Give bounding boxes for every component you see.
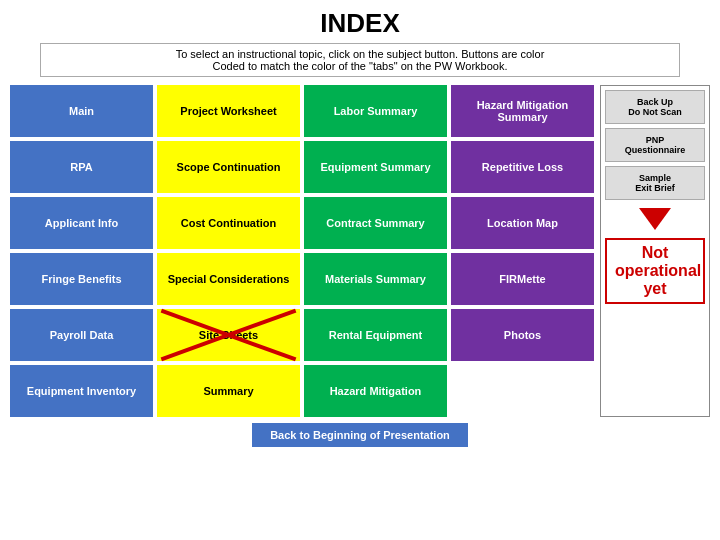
payroll-data-button[interactable]: Payroll Data — [10, 309, 153, 361]
photos-button[interactable]: Photos — [451, 309, 594, 361]
main-button[interactable]: Main — [10, 85, 153, 137]
location-map-button[interactable]: Location Map — [451, 197, 594, 249]
page-title: INDEX — [320, 8, 399, 39]
arrow-area — [605, 206, 705, 230]
contract-summary-button[interactable]: Contract Summary — [304, 197, 447, 249]
scope-continuation-button[interactable]: Scope Continuation — [157, 141, 300, 193]
project-worksheet-button[interactable]: Project Worksheet — [157, 85, 300, 137]
backup-button[interactable]: Back UpDo Not Scan — [605, 90, 705, 124]
labor-summary-button[interactable]: Labor Summary — [304, 85, 447, 137]
pnp-label: PNPQuestionnaire — [625, 135, 686, 155]
hazard-mitigation-button[interactable]: Hazard Mitigation — [304, 365, 447, 417]
rental-equipment-button[interactable]: Rental Equipment — [304, 309, 447, 361]
cost-continuation-button[interactable]: Cost Continuation — [157, 197, 300, 249]
equipment-summary-button[interactable]: Equipment Summary — [304, 141, 447, 193]
summary-button[interactable]: Summary — [157, 365, 300, 417]
empty-cell — [451, 365, 594, 417]
subtitle: To select an instructional topic, click … — [40, 43, 680, 77]
special-considerations-button[interactable]: Special Considerations — [157, 253, 300, 305]
backup-label: Back UpDo Not Scan — [628, 97, 682, 117]
firmette-button[interactable]: FIRMette — [451, 253, 594, 305]
sample-label: SampleExit Brief — [635, 173, 675, 193]
sample-button[interactable]: SampleExit Brief — [605, 166, 705, 200]
not-operational-label: Not operational yet — [605, 238, 705, 304]
repetitive-loss-button[interactable]: Repetitive Loss — [451, 141, 594, 193]
back-to-beginning-button[interactable]: Back to Beginning of Presentation — [252, 423, 468, 447]
site-sheets-button[interactable]: Site Sheets — [157, 309, 300, 361]
side-panel: Back UpDo Not Scan PNPQuestionnaire Samp… — [600, 85, 710, 417]
materials-summary-button[interactable]: Materials Summary — [304, 253, 447, 305]
fringe-benefits-button[interactable]: Fringe Benefits — [10, 253, 153, 305]
hazard-mitigation-summary-button[interactable]: Hazard Mitigation Summary — [451, 85, 594, 137]
rpa-button[interactable]: RPA — [10, 141, 153, 193]
equipment-inventory-button[interactable]: Equipment Inventory — [10, 365, 153, 417]
pnp-button[interactable]: PNPQuestionnaire — [605, 128, 705, 162]
button-grid: Main Project Worksheet Labor Summary Haz… — [10, 85, 594, 417]
down-arrow-icon — [639, 208, 671, 230]
applicant-info-button[interactable]: Applicant Info — [10, 197, 153, 249]
